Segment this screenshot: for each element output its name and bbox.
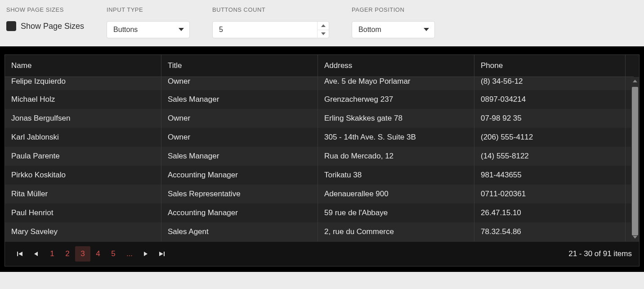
header-scroll-spacer — [626, 55, 634, 77]
controls-bar: SHOW PAGE SIZES Show Page Sizes INPUT TY… — [0, 0, 644, 46]
cell-address: 59 rue de l'Abbaye — [318, 203, 474, 222]
cell-phone: 26.47.15.10 — [474, 203, 626, 222]
pager: 12345 ... 21 - 30 of 91 items — [5, 241, 639, 266]
column-header-address[interactable]: Address — [318, 55, 474, 77]
spinner-up-button[interactable] — [318, 22, 329, 30]
table-row[interactable]: Mary SaveleySales Agent2, rue du Commerc… — [5, 222, 639, 241]
pager-prev-button[interactable] — [28, 246, 44, 262]
show-page-sizes-checkbox[interactable] — [6, 21, 16, 31]
column-header-title[interactable]: Title — [161, 55, 318, 77]
svg-marker-5 — [633, 236, 637, 239]
pager-position-dropdown[interactable]: Bottom — [352, 21, 435, 38]
cell-name: Jonas Bergulfsen — [5, 109, 161, 128]
svg-rect-6 — [17, 252, 18, 256]
input-type-value: Buttons — [113, 26, 138, 34]
pager-page-4[interactable]: 4 — [90, 246, 106, 262]
show-page-sizes-checkbox-label[interactable]: Show Page Sizes — [21, 22, 84, 31]
cell-title: Sales Agent — [161, 222, 318, 241]
pager-last-button[interactable] — [154, 246, 170, 262]
table-row[interactable]: Michael HolzSales ManagerGrenzacherweg 2… — [5, 90, 639, 109]
scrollbar-track[interactable] — [631, 85, 639, 233]
cell-title: Sales Manager — [161, 90, 318, 109]
table-row[interactable]: Pirkko KoskitaloAccounting ManagerTorika… — [5, 166, 639, 185]
chevron-down-icon — [179, 28, 184, 32]
pager-ellipsis[interactable]: ... — [122, 250, 137, 258]
table-row[interactable]: Karl JablonskiOwner305 - 14th Ave. S. Su… — [5, 128, 639, 147]
cell-name: Mary Saveley — [5, 222, 161, 241]
grid-container: Name Title Address Phone Felipe Izquierd… — [0, 46, 644, 272]
svg-marker-7 — [18, 252, 22, 256]
cell-title: Sales Manager — [161, 147, 318, 166]
cell-address: Grenzacherweg 237 — [318, 90, 474, 109]
cell-name: Felipe Izquierdo — [5, 77, 161, 90]
cell-name: Paul Henriot — [5, 203, 161, 222]
svg-marker-2 — [321, 32, 326, 35]
vertical-scrollbar[interactable] — [631, 77, 639, 241]
pager-page-5[interactable]: 5 — [106, 246, 121, 262]
cell-address: 305 - 14th Ave. S. Suite 3B — [318, 128, 474, 147]
cell-address: Ave. 5 de Mayo Porlamar — [318, 77, 474, 90]
buttons-count-label: BUTTONS COUNT — [212, 6, 329, 13]
spinner-down-button[interactable] — [318, 30, 329, 38]
cell-address: Torikatu 38 — [318, 166, 474, 185]
cell-title: Owner — [161, 109, 318, 128]
svg-marker-9 — [144, 252, 148, 256]
cell-phone: (14) 555-8122 — [474, 147, 626, 166]
cell-title: Accounting Manager — [161, 203, 318, 222]
pager-position-label: PAGER POSITION — [352, 6, 435, 13]
data-grid: Name Title Address Phone Felipe Izquierd… — [4, 54, 640, 266]
cell-phone: 981-443655 — [474, 166, 626, 185]
column-header-phone[interactable]: Phone — [474, 55, 626, 77]
table-row[interactable]: Rita MüllerSales RepresentativeAdenauera… — [5, 185, 639, 203]
input-type-control: INPUT TYPE Buttons — [107, 6, 190, 38]
cell-title: Sales Representative — [161, 185, 318, 203]
input-type-dropdown[interactable]: Buttons — [107, 21, 190, 38]
grid-body: Felipe IzquierdoOwnerAve. 5 de Mayo Porl… — [5, 77, 639, 241]
table-row[interactable]: Paul HenriotAccounting Manager59 rue de … — [5, 203, 639, 222]
pager-first-button[interactable] — [12, 246, 27, 262]
cell-phone: (8) 34-56-12 — [474, 77, 626, 90]
cell-phone: 78.32.54.86 — [474, 222, 626, 241]
scrollbar-thumb[interactable] — [632, 87, 638, 235]
cell-name: Paula Parente — [5, 147, 161, 166]
cell-phone: (206) 555-4112 — [474, 128, 626, 147]
show-page-sizes-control: SHOW PAGE SIZES Show Page Sizes — [6, 6, 84, 38]
cell-phone: 07-98 92 35 — [474, 109, 626, 128]
pager-position-control: PAGER POSITION Bottom — [352, 6, 435, 38]
table-row[interactable]: Paula ParenteSales ManagerRua do Mercado… — [5, 147, 639, 166]
show-page-sizes-label: SHOW PAGE SIZES — [6, 6, 84, 13]
svg-marker-8 — [34, 252, 38, 256]
pager-page-2[interactable]: 2 — [60, 246, 75, 262]
cell-phone: 0897-034214 — [474, 90, 626, 109]
cell-address: Rua do Mercado, 12 — [318, 147, 474, 166]
pager-page-3[interactable]: 3 — [75, 246, 90, 262]
pager-next-button[interactable] — [138, 246, 153, 262]
cell-name: Karl Jablonski — [5, 128, 161, 147]
grid-header: Name Title Address Phone — [5, 55, 639, 77]
table-row[interactable]: Felipe IzquierdoOwnerAve. 5 de Mayo Porl… — [5, 77, 639, 90]
cell-name: Rita Müller — [5, 185, 161, 203]
pager-controls: 12345 ... — [12, 246, 170, 262]
cell-title: Accounting Manager — [161, 166, 318, 185]
cell-name: Pirkko Koskitalo — [5, 166, 161, 185]
cell-name: Michael Holz — [5, 90, 161, 109]
chevron-down-icon — [424, 28, 429, 32]
buttons-count-value: 5 — [219, 26, 223, 34]
pager-page-1[interactable]: 1 — [45, 246, 60, 262]
pager-info: 21 - 30 of 91 items — [568, 249, 632, 258]
buttons-count-control: BUTTONS COUNT 5 — [212, 6, 329, 38]
grid-body-wrap: Felipe IzquierdoOwnerAve. 5 de Mayo Porl… — [5, 77, 639, 241]
buttons-count-spinners — [317, 22, 329, 38]
cell-phone: 0711-020361 — [474, 185, 626, 203]
cell-title: Owner — [161, 128, 318, 147]
svg-marker-4 — [633, 80, 637, 82]
svg-marker-0 — [179, 28, 184, 31]
column-header-name[interactable]: Name — [5, 55, 161, 77]
buttons-count-input[interactable]: 5 — [212, 21, 329, 38]
scroll-up-icon[interactable] — [631, 77, 639, 85]
table-row[interactable]: Jonas BergulfsenOwnerErling Skakkes gate… — [5, 109, 639, 128]
input-type-label: INPUT TYPE — [107, 6, 190, 13]
cell-address: Erling Skakkes gate 78 — [318, 109, 474, 128]
cell-title: Owner — [161, 77, 318, 90]
cell-address: Adenauerallee 900 — [318, 185, 474, 203]
